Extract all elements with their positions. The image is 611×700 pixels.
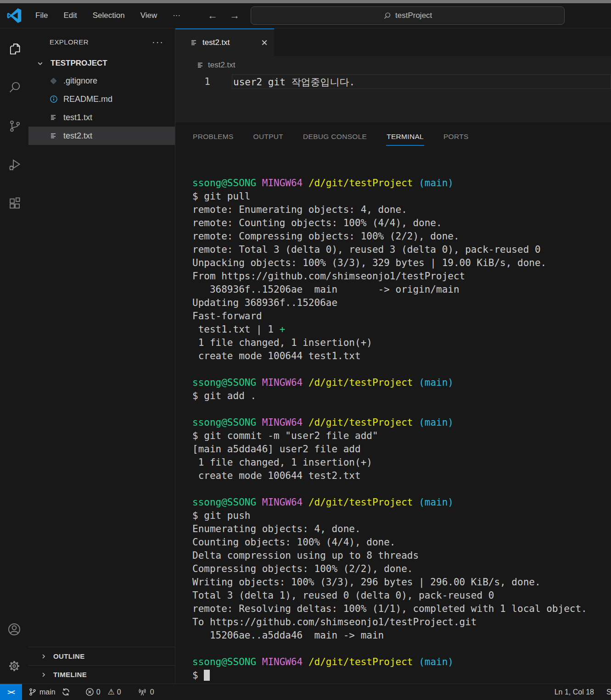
terminal-line: create mode 100644 test1.txt: [192, 350, 607, 363]
ports-status[interactable]: 0: [138, 688, 154, 696]
close-icon[interactable]: ×: [261, 37, 268, 48]
terminal-line: 368936f..15206ae main -> origin/main: [192, 283, 607, 296]
forward-arrow-icon[interactable]: →: [230, 11, 240, 21]
menu-bar: File Edit Selection View ···: [28, 8, 188, 23]
error-count: 0: [96, 688, 101, 696]
tab-test2-txt[interactable]: test2.txt ×: [175, 28, 274, 56]
panel-tab-bar: PROBLEMSOUTPUTDEBUG CONSOLETERMINALPORTS: [175, 122, 611, 152]
terminal-line: ssong@SSONG MINGW64 /d/git/testProject (…: [192, 496, 607, 509]
breadcrumb-label: test2.txt: [208, 61, 235, 70]
chevron-right-icon: [40, 653, 53, 660]
remote-indicator[interactable]: ><: [0, 684, 22, 700]
vscode-logo-icon: [6, 8, 22, 23]
chevron-right-icon: [40, 672, 53, 678]
terminal-line: Total 3 (delta 1), reused 0 (delta 0), p…: [192, 589, 607, 602]
warning-count: 0: [117, 688, 121, 696]
problems-status[interactable]: 0 ⚠ 0: [85, 687, 121, 697]
sidebar-empty-space: [28, 145, 175, 647]
timeline-label: TIMELINE: [53, 671, 87, 678]
back-arrow-icon[interactable]: ←: [207, 11, 218, 21]
terminal-line: [192, 403, 607, 416]
terminal-line: $ git commit -m "user2 file add": [192, 429, 607, 443]
folder-root-testproject[interactable]: TESTPROJECT: [28, 55, 175, 72]
panel-tab-ports[interactable]: PORTS: [443, 128, 469, 146]
menu-overflow-icon[interactable]: ···: [165, 8, 188, 23]
account-icon[interactable]: [0, 610, 28, 649]
menu-view[interactable]: View: [133, 8, 165, 23]
file-item-test2-txt[interactable]: test2.txt: [28, 127, 175, 145]
panel-tab-output[interactable]: OUTPUT: [253, 128, 284, 146]
panel-tab-problems[interactable]: PROBLEMS: [192, 128, 234, 146]
terminal-line: ssong@SSONG MINGW64 /d/git/testProject (…: [192, 416, 607, 429]
terminal-output[interactable]: ssong@SSONG MINGW64 /d/git/testProject (…: [175, 152, 611, 683]
explorer-actions-icon[interactable]: ···: [152, 37, 164, 47]
file-tree: .gitignoreREADME.mdtest1.txttest2.txt: [28, 72, 175, 145]
sidebar-title: EXPLORER: [50, 38, 89, 46]
vscode-window: File Edit Selection View ··· ← → testPro…: [0, 0, 611, 700]
extensions-icon[interactable]: [0, 183, 28, 222]
sync-status[interactable]: [62, 688, 70, 696]
status-bar-right: Ln 1, Col 18 S: [555, 688, 611, 696]
terminal-line: Writing objects: 100% (3/3), 296 bytes |…: [192, 576, 607, 589]
menu-selection[interactable]: Selection: [85, 8, 133, 23]
file-item--gitignore[interactable]: .gitignore: [28, 72, 175, 90]
source-control-icon[interactable]: [0, 106, 28, 145]
menu-edit[interactable]: Edit: [56, 8, 84, 23]
terminal-line: Unpacking objects: 100% (3/3), 329 bytes…: [192, 256, 607, 270]
terminal-line: Fast-forward: [192, 310, 607, 323]
terminal-line: create mode 100644 test2.txt: [192, 469, 607, 483]
terminal-line: 1 file changed, 1 insertion(+): [192, 456, 607, 469]
workbench: EXPLORER ··· TESTPROJECT .gitignoreREADM…: [0, 28, 611, 683]
status-bar: >< main 0 ⚠ 0 0 Ln 1, Col 1: [0, 683, 611, 700]
editor-group: test2.txt × test2.txt 1 user2 git 작업중입니다…: [175, 28, 611, 683]
terminal-line: $ git pull: [192, 190, 607, 203]
cursor-position[interactable]: Ln 1, Col 18: [555, 688, 594, 696]
terminal-line: Delta compression using up to 8 threads: [192, 549, 607, 562]
terminal-line: remote: Total 3 (delta 0), reused 3 (del…: [192, 243, 607, 256]
timeline-section[interactable]: TIMELINE: [28, 665, 175, 683]
command-center-search[interactable]: testProject: [251, 6, 565, 25]
menu-file[interactable]: File: [28, 8, 56, 23]
text-icon: [50, 114, 61, 121]
file-label: .gitignore: [63, 76, 97, 86]
explorer-icon[interactable]: [0, 29, 28, 68]
file-item-test1-txt[interactable]: test1.txt: [28, 108, 175, 127]
terminal-line: $: [192, 669, 607, 682]
terminal-line: $ git push: [192, 509, 607, 522]
sidebar-header: EXPLORER ···: [28, 28, 175, 55]
file-label: README.md: [63, 94, 112, 104]
history-navigation: ← →: [207, 11, 240, 21]
code-text[interactable]: user2 git 작업중입니다.: [232, 74, 611, 89]
window-top-edge: [0, 0, 611, 3]
tab-label: test2.txt: [202, 38, 256, 47]
text-file-icon: [190, 39, 197, 46]
terminal-line: [192, 642, 607, 656]
terminal-line: test1.txt | 1 +: [192, 323, 607, 336]
outline-section[interactable]: OUTLINE: [28, 647, 175, 665]
terminal-cursor: [204, 670, 210, 681]
run-and-debug-icon[interactable]: [0, 145, 28, 183]
terminal-line: [192, 483, 607, 496]
panel-tab-terminal[interactable]: TERMINAL: [386, 128, 424, 146]
terminal-line: Counting objects: 100% (4/4), done.: [192, 536, 607, 549]
terminal-line: $ git add .: [192, 389, 607, 403]
branch-status[interactable]: main: [28, 688, 56, 696]
info-icon: [50, 95, 61, 103]
ports-count: 0: [150, 688, 154, 696]
gitignore-icon: [50, 77, 61, 85]
explorer-sidebar: EXPLORER ··· TESTPROJECT .gitignoreREADM…: [28, 28, 175, 683]
command-center-text: testProject: [395, 11, 432, 20]
sync-icon: [62, 688, 70, 696]
indentation-status[interactable]: S: [606, 688, 611, 696]
search-sidebar-icon[interactable]: [0, 68, 28, 106]
file-item-readme-md[interactable]: README.md: [28, 90, 175, 108]
folder-root-label: TESTPROJECT: [50, 59, 107, 68]
panel-tab-debug-console[interactable]: DEBUG CONSOLE: [303, 128, 367, 146]
file-label: test2.txt: [63, 131, 92, 141]
text-icon: [50, 132, 61, 139]
breadcrumb[interactable]: test2.txt: [175, 56, 611, 74]
terminal-line: [192, 363, 607, 376]
settings-gear-icon[interactable]: [0, 649, 28, 683]
editor-pane[interactable]: test2.txt 1 user2 git 작업중입니다.: [175, 56, 611, 122]
terminal-line: To https://github.com/shimseonjo1/testPr…: [192, 616, 607, 629]
